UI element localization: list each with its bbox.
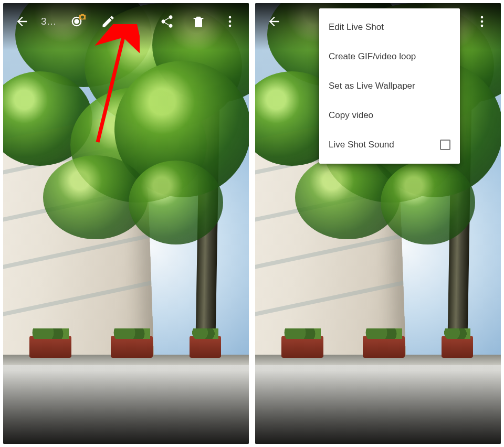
share-button[interactable]	[152, 7, 182, 36]
menu-item-edit-live-shot[interactable]: Edit Live Shot	[319, 13, 460, 42]
filename-label: 3…	[39, 16, 60, 27]
more-icon	[475, 14, 489, 29]
screenshot-right: Edit Live Shot Create GIF/video loop Set…	[255, 3, 501, 444]
checkbox-unchecked-icon[interactable]	[440, 140, 450, 150]
edit-button[interactable]	[93, 7, 123, 36]
edit-icon	[101, 14, 116, 29]
more-button[interactable]	[215, 7, 245, 36]
svg-point-1	[229, 20, 232, 23]
back-button[interactable]	[7, 7, 37, 36]
back-icon	[15, 14, 29, 29]
menu-item-label: Set as Live Wallpaper	[329, 81, 415, 91]
back-icon	[267, 14, 281, 29]
more-button[interactable]	[467, 7, 497, 36]
back-button[interactable]	[259, 7, 289, 36]
svg-point-6	[481, 25, 484, 27]
svg-point-5	[481, 20, 484, 23]
menu-item-copy-video[interactable]: Copy video	[319, 101, 460, 130]
more-icon	[223, 14, 237, 29]
camera-accent-icon	[78, 12, 87, 22]
delete-icon	[191, 14, 206, 29]
svg-point-2	[229, 25, 232, 27]
share-icon	[160, 14, 174, 29]
menu-item-label: Edit Live Shot	[329, 22, 384, 33]
delete-button[interactable]	[184, 7, 213, 36]
menu-item-create-gif[interactable]: Create GIF/video loop	[319, 42, 460, 71]
screenshot-left: 3…	[3, 3, 249, 444]
menu-item-label: Copy video	[329, 110, 373, 121]
menu-item-set-live-wallpaper[interactable]: Set as Live Wallpaper	[319, 71, 460, 101]
photo-content	[3, 3, 249, 444]
svg-point-4	[481, 16, 484, 19]
menu-item-label: Create GIF/video loop	[329, 51, 416, 62]
photo-viewer-toolbar: 3…	[3, 3, 249, 40]
overflow-menu: Edit Live Shot Create GIF/video loop Set…	[319, 8, 460, 164]
svg-point-0	[229, 16, 232, 19]
menu-item-live-shot-sound[interactable]: Live Shot Sound	[319, 130, 460, 159]
menu-item-label: Live Shot Sound	[329, 140, 394, 150]
live-shot-button[interactable]	[62, 7, 91, 36]
